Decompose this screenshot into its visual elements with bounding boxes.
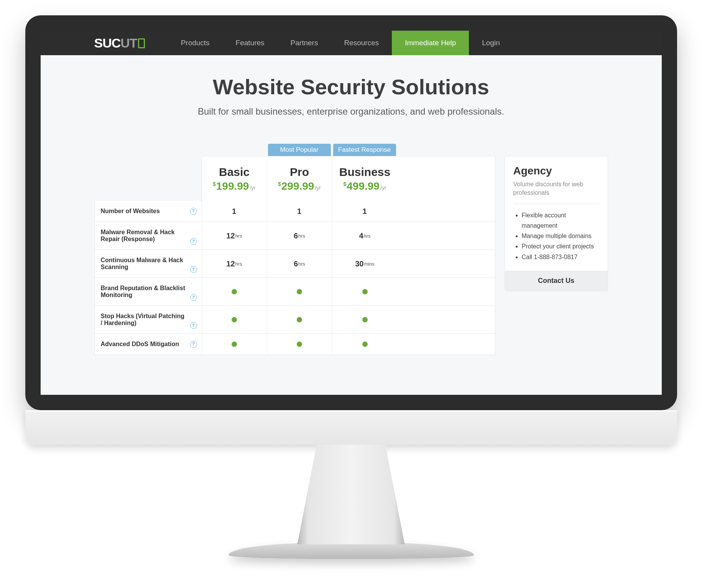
nav-resources[interactable]: Resources [331,31,392,55]
feature-row-stop-hacks: Stop Hacks (Virtual Patching / Hardening… [94,306,495,334]
feature-cell-basic [202,278,267,305]
plan-pro-currency: $ [278,181,281,187]
logo[interactable]: SUCUT [94,36,145,51]
plan-basic-price: $199.99/yr [205,180,264,192]
badge-most-popular: Most Popular [268,144,331,156]
feature-cell-pro: 6hrs [267,250,332,278]
cell-value: 12 [226,232,235,240]
feature-row-scanning: Continuous Malware & Hack Scanning ? 12h… [94,250,495,278]
check-dot-icon [297,342,302,347]
nav-features[interactable]: Features [223,31,278,55]
plan-pro-header[interactable]: Pro $299.99/yr [267,156,332,201]
plan-basic-header[interactable]: Basic $199.99/yr [202,156,267,201]
feature-cell-pro: 6hrs [267,222,332,250]
plan-business-amount: 499.99 [347,180,380,192]
logo-mark-icon [138,38,145,48]
pricing-section: Most Popular Fastest Response Basic [94,144,608,355]
cell-value: 30 [355,260,363,268]
feature-cell-business [332,334,398,355]
main-nav: Products Features Partners Resources Imm… [168,31,513,55]
monitor-mockup: SUCUT Products Features Partners Resourc… [25,15,677,559]
check-dot-icon [362,289,368,294]
nav-login[interactable]: Login [469,31,513,55]
feature-cell-basic [202,334,267,355]
help-icon[interactable]: ? [190,341,197,348]
plan-business-header[interactable]: Business $499.99/yr [332,156,398,201]
feature-cell-basic [202,306,267,333]
logo-text-1: SUC [94,36,121,51]
plan-basic-currency: $ [213,181,216,187]
help-icon[interactable]: ? [190,208,197,215]
agency-subtitle: Volume discounts for web professionals [513,180,599,197]
plan-basic-name: Basic [205,166,264,179]
check-dot-icon [362,342,368,347]
feature-cell-business [332,306,398,333]
feature-label-text: Number of Websites [101,208,160,215]
feature-label-text: Advanced DDoS Mitigation [101,341,179,348]
agency-box: Agency Volume discounts for web professi… [505,156,608,291]
nav-products[interactable]: Products [168,31,223,55]
monitor-bezel: SUCUT Products Features Partners Resourc… [25,15,677,410]
feature-cell-basic: 1 [202,201,267,222]
badge-business: Fastest Response [332,144,397,156]
feature-label-text: Brand Reputation & Blacklist Monitoring [101,285,186,299]
cell-unit: hrs [235,261,242,267]
check-dot-icon [297,289,302,294]
plan-basic-amount: 199.99 [216,180,249,192]
feature-label: Brand Reputation & Blacklist Monitoring … [95,278,202,305]
help-icon[interactable]: ? [190,266,197,273]
plan-basic-period: /yr [250,185,256,191]
contact-us-button[interactable]: Contact Us [505,271,608,291]
feature-label-text: Continuous Malware & Hack Scanning [101,257,186,271]
feature-label-text: Malware Removal & Hack Repair (Response) [101,229,186,243]
feature-row-websites: Number of Websites ? 1 1 1 [94,201,495,222]
check-dot-icon [232,289,237,294]
nav-partners[interactable]: Partners [278,31,331,55]
feature-row-ddos: Advanced DDoS Mitigation ? [94,334,495,355]
cell-unit: hrs [364,233,371,239]
help-icon[interactable]: ? [190,322,197,329]
feature-cell-business: 1 [332,201,398,222]
page-title: Website Security Solutions [94,74,608,99]
logo-text-2: UT [120,36,137,51]
cell-value: 6 [294,260,298,268]
agency-title: Agency [513,165,599,177]
cell-value: 1 [362,207,367,216]
nav-immediate-help[interactable]: Immediate Help [392,31,469,55]
help-icon[interactable]: ? [190,238,197,245]
plan-business-period: /yr [380,185,386,191]
monitor-foot [229,543,474,559]
cell-value: 4 [359,232,363,240]
feature-cell-business: 30mins [332,250,398,278]
agency-bullet: Protect your client projects [522,241,599,251]
agency-bullet: Manage multiple domains [522,231,599,241]
monitor-neck [298,445,405,544]
page-content: Website Security Solutions Built for sma… [41,55,662,355]
plan-header-row: Basic $199.99/yr Pro $299.99/yr [94,156,495,201]
badge-basic-empty [202,144,267,156]
agency-bullets: Flexible account management Manage multi… [513,210,599,262]
check-dot-icon [297,317,302,322]
plan-pro-name: Pro [270,166,329,179]
help-icon[interactable]: ? [190,294,197,301]
feature-label: Malware Removal & Hack Repair (Response)… [95,222,202,250]
monitor-chin [25,410,677,445]
feature-cell-pro: 1 [267,201,332,222]
check-dot-icon [232,342,237,347]
agency-bullet: Flexible account management [522,210,599,231]
plan-business-currency: $ [344,181,347,187]
feature-label: Stop Hacks (Virtual Patching / Hardening… [95,306,202,333]
feature-row-reputation: Brand Reputation & Blacklist Monitoring … [94,278,495,306]
plan-business-name: Business [335,166,395,179]
feature-cell-basic: 12hrs [202,222,267,250]
feature-cell-pro [267,306,332,333]
cell-value: 6 [294,232,298,240]
plan-pro-amount: 299.99 [281,180,314,192]
badge-spacer [94,144,202,156]
agency-bullet: Call 1-888-873-0817 [522,252,599,262]
pricing-table: Most Popular Fastest Response Basic [94,144,495,355]
feature-cell-basic: 12hrs [202,250,267,278]
check-dot-icon [362,317,368,322]
plan-badges-row: Most Popular Fastest Response [94,144,495,156]
feature-label: Number of Websites ? [95,201,202,222]
